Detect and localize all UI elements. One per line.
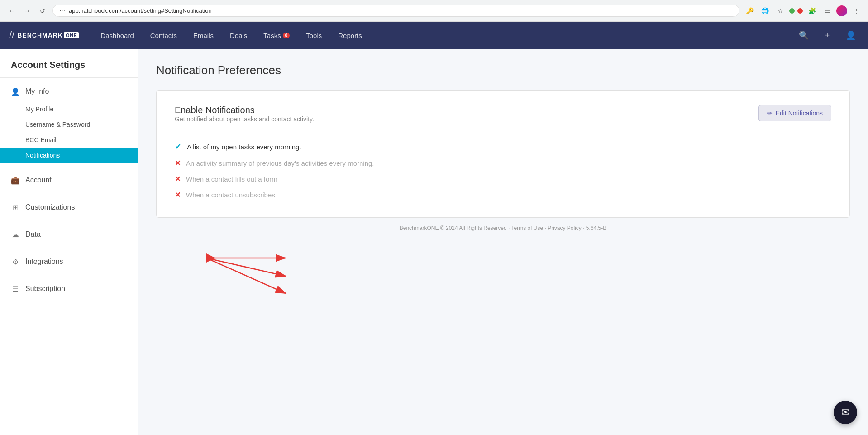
sidebar-customizations-label: Customizations (25, 203, 75, 211)
extensions-icon[interactable]: 🧩 (806, 5, 818, 17)
nav-items: Dashboard Contacts Emails Deals Tasks 0 … (92, 22, 796, 49)
browser-profile[interactable] (836, 5, 847, 16)
notification-card: Enable Notifications Get notified about … (156, 90, 850, 218)
annotation-arrows (202, 231, 301, 321)
notification-text-1: A list of my open tasks every morning. (187, 143, 301, 151)
sidebar-item-account[interactable]: 💼 Account (0, 170, 138, 190)
browser-nav: ← → ↺ (5, 5, 49, 17)
logo-one: ONE (64, 32, 79, 38)
notification-item-1: ✓ A list of my open tasks every morning. (175, 138, 831, 155)
notification-item-4: ✕ When a contact unsubscribes (175, 187, 831, 203)
nav-emails[interactable]: Emails (185, 22, 222, 49)
forward-button[interactable]: → (21, 5, 33, 17)
nav-contacts[interactable]: Contacts (142, 22, 185, 49)
footer: BenchmarkONE © 2024 All Rights Reserved … (156, 218, 850, 239)
browser-actions: 🔑 🌐 ☆ 🧩 ▭ ⋮ (743, 5, 863, 17)
nav-tasks[interactable]: Tasks 0 (255, 22, 298, 49)
sidebar-item-my-info[interactable]: 👤 My Info (0, 81, 138, 101)
sidebar-section-integrations: ⚙ Integrations (0, 248, 138, 275)
sidebar-data-label: Data (25, 230, 41, 239)
nav-right: 🔍 + 👤 (796, 27, 859, 43)
lock-icon: ⋯ (59, 7, 65, 14)
notification-text-2: An activity summary of previous day's ac… (186, 159, 374, 167)
password-icon[interactable]: 🔑 (743, 5, 756, 17)
address-bar[interactable]: ⋯ app.hatchbuck.com/account/setting#Sett… (52, 5, 739, 17)
sidebar-section-myinfo: 👤 My Info My Profile Username & Password… (0, 78, 138, 167)
url-text: app.hatchbuck.com/account/setting#Settin… (69, 7, 212, 14)
sidebar-section-subscription: ☰ Subscription (0, 275, 138, 302)
card-subtitle: Get notified about open tasks and contac… (175, 115, 314, 123)
card-title: Enable Notifications (175, 105, 314, 115)
x-icon-2: ✕ (175, 159, 181, 167)
nav-reports[interactable]: Reports (330, 22, 370, 49)
red-status-dot (797, 8, 803, 14)
sidebar-section-account: 💼 Account (0, 167, 138, 194)
edit-icon: ✏ (767, 110, 773, 117)
sidebar-item-customizations[interactable]: ⊞ Customizations (0, 197, 138, 217)
sidebar-myinfo-label: My Info (25, 87, 49, 96)
svg-line-2 (206, 258, 286, 293)
reload-button[interactable]: ↺ (36, 5, 49, 17)
add-button[interactable]: + (819, 27, 835, 43)
nav-deals[interactable]: Deals (222, 22, 255, 49)
sidebar-toggle[interactable]: ▭ (821, 5, 834, 17)
browser-chrome: ← → ↺ ⋯ app.hatchbuck.com/account/settin… (0, 0, 868, 22)
nav-dashboard[interactable]: Dashboard (92, 22, 142, 49)
nav-tools[interactable]: Tools (298, 22, 330, 49)
cloud-icon: ☁ (11, 230, 20, 239)
notification-list: ✓ A list of my open tasks every morning.… (175, 138, 831, 203)
list-icon: ☰ (11, 284, 20, 293)
gear-icon: ⚙ (11, 257, 20, 266)
x-icon-4: ✕ (175, 191, 181, 199)
sidebar-section-data: ☁ Data (0, 221, 138, 248)
sidebar-section-customizations: ⊞ Customizations (0, 194, 138, 221)
footer-text: BenchmarkONE © 2024 All Rights Reserved … (400, 225, 606, 231)
briefcase-icon: 💼 (11, 176, 20, 185)
top-nav: // BENCHMARK ONE Dashboard Contacts Emai… (0, 22, 868, 49)
svg-line-1 (206, 258, 286, 276)
menu-button[interactable]: ⋮ (850, 5, 863, 17)
back-button[interactable]: ← (5, 5, 18, 17)
logo-text: BENCHMARK (17, 32, 63, 39)
page-title: Notification Preferences (156, 63, 850, 77)
sidebar: Account Settings 👤 My Info My Profile Us… (0, 49, 138, 435)
sidebar-item-my-profile[interactable]: My Profile (0, 101, 138, 117)
sidebar-item-subscription[interactable]: ☰ Subscription (0, 279, 138, 299)
main-content: Notification Preferences Enable Notifica… (138, 49, 868, 435)
edit-btn-label: Edit Notifications (776, 110, 823, 117)
green-status-dot (789, 8, 795, 14)
translate-icon[interactable]: 🌐 (758, 5, 771, 17)
tasks-badge: 0 (283, 33, 290, 38)
logo[interactable]: // BENCHMARK ONE (9, 29, 79, 41)
main-layout: Account Settings 👤 My Info My Profile Us… (0, 49, 868, 435)
logo-icon: // (9, 29, 14, 41)
sidebar-integrations-label: Integrations (25, 258, 63, 266)
sidebar-item-integrations[interactable]: ⚙ Integrations (0, 252, 138, 272)
bookmark-icon[interactable]: ☆ (774, 5, 787, 17)
notification-text-3: When a contact fills out a form (186, 175, 277, 183)
grid-icon: ⊞ (11, 203, 20, 212)
user-button[interactable]: 👤 (843, 27, 859, 43)
svg-marker-3 (206, 253, 215, 263)
person-icon: 👤 (11, 87, 20, 96)
sidebar-title: Account Settings (0, 49, 138, 78)
notification-item-3: ✕ When a contact fills out a form (175, 171, 831, 187)
card-header: Enable Notifications Get notified about … (175, 105, 831, 134)
sidebar-item-username-password[interactable]: Username & Password (0, 117, 138, 132)
sidebar-item-notifications[interactable]: Notifications (0, 148, 138, 163)
edit-notifications-button[interactable]: ✏ Edit Notifications (758, 105, 831, 121)
search-button[interactable]: 🔍 (796, 27, 812, 43)
check-icon-1: ✓ (175, 142, 181, 152)
notification-item-2: ✕ An activity summary of previous day's … (175, 155, 831, 171)
chat-button[interactable]: ✉ (834, 401, 857, 424)
sidebar-subscription-label: Subscription (25, 285, 65, 293)
myinfo-subitems: My Profile Username & Password BCC Email… (0, 101, 138, 163)
x-icon-3: ✕ (175, 175, 181, 183)
sidebar-item-data[interactable]: ☁ Data (0, 225, 138, 244)
sidebar-account-label: Account (25, 176, 52, 184)
notification-text-4: When a contact unsubscribes (186, 191, 275, 199)
sidebar-item-bcc-email[interactable]: BCC Email (0, 132, 138, 148)
